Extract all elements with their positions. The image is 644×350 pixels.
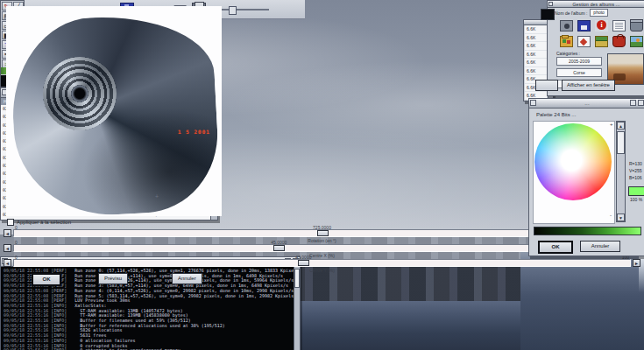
palette-titlebar[interactable]: ...: [529, 99, 644, 108]
centerx-slider-thumb[interactable]: [273, 245, 285, 251]
saturation-gradient-bar[interactable]: [534, 227, 641, 235]
warped-image: [8, 11, 222, 216]
floppy-icon[interactable]: [577, 20, 591, 32]
centerx-decrease-icon[interactable]: ◄: [4, 244, 11, 252]
ok-button[interactable]: OK: [32, 273, 61, 286]
album-name-value[interactable]: photo: [590, 9, 608, 17]
show-in-window-button[interactable]: Afficher en fenêtre: [562, 80, 615, 91]
brightness-scrollbar[interactable]: ▲ ▼: [616, 121, 626, 222]
palette-ok-button[interactable]: OK: [538, 241, 573, 254]
scroll-down-icon[interactable]: ▼: [617, 214, 625, 221]
palette-window: ... Palette 24 Bits ... + - ▲ ▼ R=130 V=…: [528, 98, 644, 256]
file-size-item[interactable]: 6.6K: [525, 59, 547, 67]
center-marker-icon: +: [155, 193, 159, 200]
plus-label: +: [610, 122, 613, 127]
category-item[interactable]: Corse: [556, 68, 602, 77]
palette-title: ...: [584, 101, 590, 106]
album-window: Gestion des albums ... Nom de l'album : …: [547, 0, 644, 96]
scroll-up-icon[interactable]: ▲: [617, 122, 625, 130]
fuller-icon[interactable]: [638, 100, 644, 106]
cards-icon[interactable]: [577, 36, 591, 47]
folder-photos-icon[interactable]: [560, 36, 573, 47]
picture-icon[interactable]: [630, 36, 643, 47]
palette-label: Palette 24 Bits ...: [536, 112, 576, 117]
album-titlebar[interactable]: Gestion des albums ...: [548, 1, 644, 8]
bag-icon[interactable]: [612, 36, 626, 47]
blue-value: B=106: [629, 175, 642, 180]
slider-min: 0: [15, 240, 18, 245]
page-icon[interactable]: [612, 20, 626, 32]
album-name-label: Nom de l'album :: [555, 10, 587, 16]
cropped-button[interactable]: [535, 80, 558, 91]
preview-button[interactable]: Prévisu: [98, 273, 128, 284]
centery-slider-thumb[interactable]: [298, 260, 309, 266]
apply-selection-label: Appliquer à la sélection: [17, 220, 71, 225]
file-size-item[interactable]: 6.6K: [525, 34, 547, 43]
close-icon[interactable]: [530, 100, 536, 106]
zoom-slider[interactable]: [218, 9, 269, 10]
rgb-values: R=130 V=255 B=106: [629, 160, 642, 181]
photo-date-stamp: 1 5 2001: [178, 129, 210, 135]
color-wheel-panel: [533, 121, 615, 224]
album-title: Gestion des albums ...: [572, 2, 619, 7]
color-wheel[interactable]: [534, 123, 612, 200]
file-size-item[interactable]: 6.6K: [525, 51, 547, 60]
iconify-icon[interactable]: [630, 100, 636, 106]
file-size-item[interactable]: 6.6K: [525, 67, 547, 76]
slider-min: 0: [15, 225, 18, 230]
trash-icon[interactable]: [630, 20, 643, 32]
cancel-button[interactable]: Annuler: [172, 273, 202, 284]
swirl-preview-canvas[interactable]: 1 5 2001 +: [6, 6, 222, 216]
centery-increase-icon[interactable]: ►: [633, 259, 640, 267]
apply-selection-checkbox[interactable]: [7, 219, 14, 226]
centery-decrease-icon[interactable]: ◄: [4, 259, 11, 267]
zoom-slider-thumb[interactable]: [229, 6, 237, 15]
centery-slider[interactable]: 0 45.0000 100: [13, 259, 631, 267]
unknown-icon: [541, 9, 555, 20]
green-value: V=255: [629, 168, 642, 173]
slider-min: 0: [15, 255, 18, 260]
swirl-spiral: [43, 57, 117, 130]
palette-cancel-button[interactable]: Annuler: [580, 241, 620, 252]
info-icon[interactable]: [595, 20, 608, 32]
minus-label: -: [610, 213, 612, 218]
brightness-thumb[interactable]: [617, 131, 625, 154]
close-icon[interactable]: [548, 2, 553, 6]
percent-value: 100 %: [630, 197, 642, 202]
file-size-item[interactable]: 6.6K: [525, 42, 547, 51]
categories-label: Catégories :: [556, 51, 580, 56]
swirl-effect-window: 1 5 2001 + Appliquer à la sélection ◄ 0 …: [0, 0, 228, 290]
file-size-item[interactable]: 6.6K: [525, 25, 547, 34]
rotation-slider-thumb[interactable]: [317, 230, 329, 236]
red-value: R=130: [629, 161, 642, 166]
category-item[interactable]: 2005-2009: [556, 57, 602, 66]
box-icon[interactable]: [595, 36, 608, 47]
color-swatch: [628, 186, 644, 196]
rotation-decrease-icon[interactable]: ◄: [4, 229, 11, 237]
camera-icon[interactable]: [560, 20, 573, 32]
